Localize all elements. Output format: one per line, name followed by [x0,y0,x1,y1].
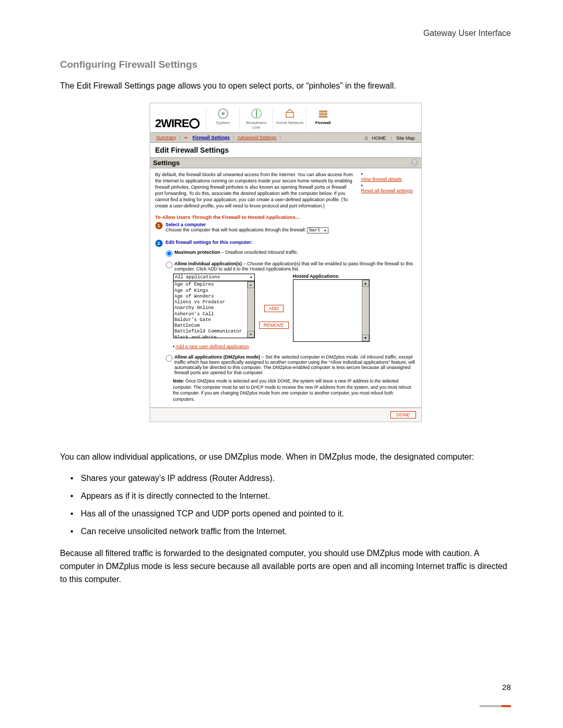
hosted-label: Hosted Applications: [293,274,370,279]
opt-max-label: Maximum protection [175,250,221,255]
app-list-item[interactable]: Age of Empires [175,282,253,288]
scroll-down-icon[interactable]: ▾ [362,335,369,341]
done-button[interactable]: DONE [390,411,415,418]
after-p1: You can allow individual applications, o… [60,451,511,464]
bullet-list: Shares your gateway’s IP address (Router… [60,472,511,538]
link-home[interactable]: HOME [369,135,389,141]
logo-text: 2WIRE [155,117,189,130]
nav-system[interactable]: System [206,107,239,130]
remove-button[interactable]: REMOVE [259,322,289,329]
tab-summary[interactable]: Summary [153,135,180,140]
firewall-icon [317,107,329,120]
top-bar: 2WIRE System Broadband Link Home Network [150,103,421,132]
step1-title: Select a computer [166,222,416,227]
after-p2: Because all filtered traffic is forwarde… [60,547,511,586]
scroll-up-icon[interactable]: ▴ [362,280,369,287]
svg-point-1 [222,112,225,115]
link-add-user-app[interactable]: Add a new user-defined application [176,344,249,349]
bullet-item: Has all of the unassigned TCP and UDP po… [60,508,511,520]
radio-dmzplus[interactable] [166,355,173,362]
dmz-note: Note: Once DMZplus mode is selected and … [173,378,416,402]
footer-accent [480,705,511,707]
step-badge-2: 2 [155,240,163,247]
link-view-details[interactable]: View firewall details [361,177,416,182]
app-list-item[interactable]: Age of Kings [175,288,253,294]
nav-label: System [216,121,230,126]
app-list-item[interactable]: Asheron's Call [175,312,253,317]
svg-rect-3 [286,113,293,117]
svg-rect-6 [319,116,327,118]
bullet-item: Appears as if it is directly connected t… [60,490,511,502]
app-list-item[interactable]: Black and White [175,335,253,339]
hosted-listbox[interactable]: ▴ ▾ [293,279,370,342]
panel-title: Edit Firewall Settings [150,143,421,157]
brand-logo: 2WIRE [155,117,200,130]
screenshot-panel: 2WIRE System Broadband Link Home Network [150,103,422,422]
home-icon: ⌂ [364,134,368,141]
apps-area: All applications Age of EmpiresAge of Ki… [173,274,416,342]
step2-title: Edit firewall settings for this computer… [166,240,416,245]
page-number: 28 [502,683,511,692]
broadband-icon [250,107,263,120]
app-list-item[interactable]: Age of Wonders [175,294,253,300]
tab-row: Summary| ➔ Firewall Settings| Advanced S… [150,132,421,143]
bullet-item: Can receive unsolicited network traffic … [60,525,511,538]
scrollbar[interactable]: ▴ ▾ [362,280,369,341]
settings-header: Settings ? [150,157,421,168]
arrow-icon: ➔ [180,135,189,140]
tab-advanced-settings[interactable]: Advanced Settings [234,135,279,140]
app-list-item[interactable]: Aliens vs Predator [175,300,253,305]
app-list-item[interactable]: Anarchy Online [175,305,253,311]
app-list-item[interactable]: Battlefield Communicator [175,329,253,335]
logo-mark-icon [189,118,200,129]
computer-select[interactable]: bart [307,227,328,233]
app-listbox[interactable]: Age of EmpiresAge of KingsAge of Wonders… [173,281,255,338]
quick-links: • View firewall details • Reset all fire… [361,171,416,209]
opt-allow-label: Allow individual application(s) [175,261,242,266]
scroll-up-icon[interactable]: ▴ [248,281,254,288]
link-reset-settings[interactable]: Reset all firewall settings [361,188,416,193]
radio-allow-apps[interactable] [166,262,173,268]
scrollbar[interactable]: ▴ ▾ [247,281,254,338]
svg-rect-4 [319,110,327,113]
app-list-item[interactable]: Baldur's Gate [175,317,253,323]
tab-firewall-settings[interactable]: Firewall Settings [189,135,233,140]
app-list-item[interactable]: BattleCom [175,323,253,329]
nav-icon-row: System Broadband Link Home Network Firew… [206,107,339,130]
home-network-icon [284,107,296,120]
opt-dmz-label: Allow all applications (DMZplus mode) [175,354,261,360]
running-header: Gateway User Interface [60,29,511,38]
bullet-item: Shares your gateway’s IP address (Router… [60,472,511,485]
nav-broadband[interactable]: Broadband Link [239,107,273,130]
opt-max-suffix: – Disallow unsolicited inbound traffic. [221,250,299,255]
description-text: By default, the firewall blocks all unwa… [155,171,354,209]
app-category-value: All applications [174,274,254,281]
system-icon [217,107,229,120]
nav-label: Home Network [276,121,303,126]
step-badge-1: 1 [155,222,163,229]
app-category-select[interactable]: All applications [173,274,255,281]
nav-home-network[interactable]: Home Network [273,107,306,130]
add-button[interactable]: ADD [264,305,284,312]
svg-rect-5 [319,113,327,115]
scroll-down-icon[interactable]: ▾ [248,331,254,338]
radio-max-protection[interactable] [166,250,173,257]
link-sitemap[interactable]: Site Map [393,135,418,141]
nav-firewall[interactable]: Firewall [306,107,339,130]
help-icon[interactable]: ? [411,159,418,166]
settings-header-label: Settings [153,159,180,167]
intro-paragraph: The Edit Firewall Settings page allows y… [60,80,511,92]
nav-label: Firewall [315,121,331,126]
step1-text: Choose the computer that will host appli… [166,227,306,232]
allow-heading: To Allow Users Through the Firewall to H… [155,214,416,220]
nav-label: Broadband Link [242,121,271,130]
section-title: Configuring Firewall Settings [60,59,511,70]
